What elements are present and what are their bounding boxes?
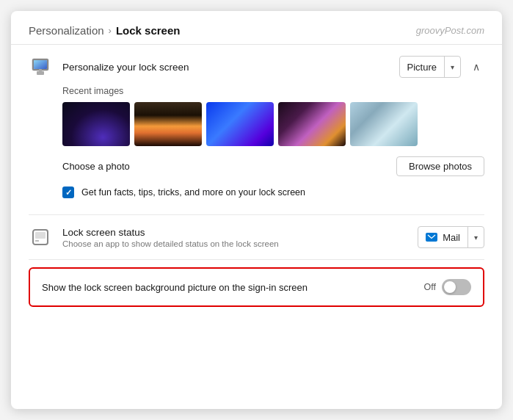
chevron-down-icon: ▾ — [445, 57, 460, 77]
background-picture-toggle[interactable] — [442, 279, 471, 295]
personalize-row: Personalize your lock screen Picture ▾ ∧ — [29, 55, 484, 79]
picture-dropdown[interactable]: Picture ▾ — [399, 56, 461, 78]
mail-dropdown-label: Mail — [418, 227, 468, 247]
choose-photo-label: Choose a photo — [62, 161, 130, 172]
thumbnail-5[interactable] — [350, 102, 418, 146]
breadcrumb: Personalization › Lock screen — [29, 24, 180, 37]
lock-status-icon — [29, 225, 52, 249]
mail-chevron-icon: ▾ — [468, 227, 484, 247]
lock-status-row: Lock screen status Choose an app to show… — [29, 225, 484, 249]
thumbnail-2[interactable] — [134, 102, 202, 146]
fun-facts-label: Get fun facts, tips, tricks, and more on… — [81, 187, 305, 198]
svg-rect-2 — [34, 60, 47, 69]
toggle-knob — [444, 281, 456, 293]
lock-status-subtitle: Choose an app to show detailed status on… — [62, 239, 279, 248]
watermark: groovyPost.com — [416, 25, 484, 36]
sign-in-label: Show the lock screen background picture … — [42, 282, 308, 293]
recent-images-row — [62, 102, 484, 146]
svg-rect-4 — [39, 69, 42, 73]
thumbnail-3[interactable] — [206, 102, 274, 146]
toggle-area: Off — [424, 279, 471, 295]
choose-photo-row: Choose a photo Browse photos — [29, 149, 484, 182]
header: Personalization › Lock screen groovyPost… — [11, 11, 502, 45]
mail-label-text: Mail — [443, 232, 460, 243]
lock-status-text: Lock screen status Choose an app to show… — [62, 227, 279, 248]
settings-window: Personalization › Lock screen groovyPost… — [11, 11, 502, 409]
content-area: Personalize your lock screen Picture ▾ ∧… — [11, 45, 502, 307]
personalize-left: Personalize your lock screen — [29, 55, 189, 79]
sign-in-screen-section: Show the lock screen background picture … — [29, 267, 484, 307]
toggle-state-label: Off — [424, 282, 436, 292]
breadcrumb-parent[interactable]: Personalization — [29, 24, 104, 37]
browse-photos-button[interactable]: Browse photos — [396, 156, 484, 176]
breadcrumb-separator: › — [109, 25, 112, 36]
svg-rect-7 — [35, 240, 39, 242]
breadcrumb-current: Lock screen — [116, 24, 181, 37]
mail-icon — [426, 233, 437, 242]
thumbnail-4[interactable] — [278, 102, 346, 146]
checkmark-icon: ✓ — [65, 188, 72, 198]
collapse-button[interactable]: ∧ — [468, 58, 484, 76]
lock-status-title: Lock screen status — [62, 227, 279, 238]
thumbnail-1[interactable] — [62, 102, 130, 146]
picture-dropdown-label: Picture — [400, 57, 445, 77]
lock-status-section: Lock screen status Choose an app to show… — [29, 215, 484, 260]
recent-images-label: Recent images — [62, 86, 484, 96]
lock-screen-icon — [29, 55, 52, 79]
lock-status-left: Lock screen status Choose an app to show… — [29, 225, 279, 249]
fun-facts-checkbox[interactable]: ✓ — [62, 187, 74, 198]
personalize-section: Personalize your lock screen Picture ▾ ∧… — [29, 45, 484, 215]
svg-rect-6 — [35, 232, 46, 239]
personalize-title: Personalize your lock screen — [62, 62, 189, 73]
checkbox-row: ✓ Get fun facts, tips, tricks, and more … — [29, 182, 484, 204]
mail-dropdown[interactable]: Mail ▾ — [418, 226, 484, 248]
